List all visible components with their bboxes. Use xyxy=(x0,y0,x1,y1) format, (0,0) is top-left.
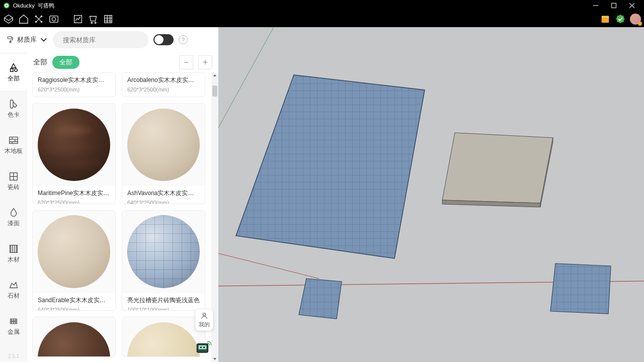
sphere-preview xyxy=(38,215,110,288)
svg-rect-18 xyxy=(602,16,609,18)
material-card[interactable]: 亮光拉槽瓷片砖陶瓷浅蓝色 100*10*100(mm) xyxy=(122,210,205,311)
version-label: 2.5.1 xyxy=(8,353,19,359)
material-card[interactable]: Arcobaleno实木木皮实木… 620*3*2500(mm) xyxy=(122,72,205,97)
material-thumb xyxy=(122,104,205,186)
tool-grid-icon[interactable] xyxy=(103,14,114,25)
material-card[interactable]: MaritimePine实木木皮实… 620*3*2500(mm) xyxy=(32,103,116,204)
brand-cn: 可搭鸭 xyxy=(38,2,54,10)
svg-marker-38 xyxy=(442,133,553,203)
help-button[interactable]: ? xyxy=(179,35,188,44)
material-name: 亮光拉槽瓷片砖陶瓷浅蓝色 xyxy=(127,296,200,305)
main-toolbar xyxy=(0,11,644,27)
grid-header: 全部 全部 − + xyxy=(27,52,218,72)
tool-camera-icon[interactable] xyxy=(48,14,59,25)
minimize-button[interactable] xyxy=(587,0,605,11)
my-materials-button[interactable]: 我的 xyxy=(195,309,213,331)
material-library-selector[interactable]: 材质库 xyxy=(6,35,48,44)
category-rail: 全部 色卡 木地板 瓷砖 漆面 xyxy=(0,52,27,362)
category-all-icon xyxy=(8,62,19,73)
paint-drop-icon xyxy=(8,207,19,218)
close-button[interactable] xyxy=(623,0,641,11)
verify-icon[interactable] xyxy=(615,14,626,25)
material-dim: 620*3*2500(mm) xyxy=(38,200,110,204)
material-card[interactable] xyxy=(32,317,116,357)
category-floor[interactable]: 木地板 xyxy=(0,127,27,163)
duck-icon xyxy=(3,2,10,9)
svg-line-34 xyxy=(218,253,319,279)
wood-icon xyxy=(8,243,19,254)
search-box[interactable] xyxy=(53,31,148,48)
tool-box-icon[interactable] xyxy=(3,14,14,25)
material-name: AshVavona实木木皮实木… xyxy=(127,189,200,198)
svg-point-23 xyxy=(15,69,18,72)
tool-home-icon[interactable] xyxy=(18,14,29,25)
material-thumb xyxy=(33,211,115,293)
search-input[interactable] xyxy=(63,36,147,44)
svg-rect-24 xyxy=(11,100,13,109)
material-card[interactable]: AshVavona实木木皮实木… 640*3*2500(mm) xyxy=(122,103,205,204)
brand-en: Okducky xyxy=(13,3,35,9)
sphere-preview xyxy=(38,109,110,181)
user-avatar[interactable] xyxy=(630,14,641,25)
preview-toggle[interactable] xyxy=(153,34,174,45)
category-color[interactable]: 色卡 xyxy=(0,90,27,127)
svg-point-32 xyxy=(203,346,205,348)
svg-point-31 xyxy=(200,346,202,348)
tab-all[interactable]: 全部 xyxy=(33,58,47,67)
svg-rect-22 xyxy=(11,69,13,72)
material-dim: 100*10*100(mm) xyxy=(127,307,200,311)
material-thumb xyxy=(33,317,115,357)
swatch-icon xyxy=(8,99,19,110)
svg-rect-19 xyxy=(10,41,11,43)
thumb-size-increase[interactable]: + xyxy=(198,55,212,69)
robot-icon xyxy=(194,337,213,356)
material-dim: 640*3*2500(mm) xyxy=(127,200,200,204)
viewport-3d[interactable] xyxy=(218,27,644,362)
paint-icon xyxy=(6,36,14,44)
svg-rect-30 xyxy=(199,345,207,349)
svg-marker-42 xyxy=(550,263,611,314)
panel-top-bar: 材质库 ? xyxy=(0,27,218,52)
sphere-preview xyxy=(38,322,110,357)
svg-point-15 xyxy=(95,22,96,24)
material-dim: 620*3*2500(mm) xyxy=(127,86,200,93)
category-paint[interactable]: 漆面 xyxy=(0,199,27,235)
category-all[interactable]: 全部 xyxy=(0,54,27,90)
sphere-preview xyxy=(127,322,200,357)
material-panel: 材质库 ? 全部 色卡 xyxy=(0,27,218,362)
svg-rect-4 xyxy=(612,4,616,8)
material-thumb xyxy=(122,317,205,357)
category-stone[interactable]: 石材 xyxy=(0,272,27,308)
material-card[interactable]: Raggiosole实木木皮实木… 620*3*2500(mm) xyxy=(32,72,116,97)
stone-icon xyxy=(8,280,19,291)
category-tile[interactable]: 瓷砖 xyxy=(0,163,27,199)
floor-icon xyxy=(8,135,19,146)
svg-point-14 xyxy=(91,22,93,24)
material-name: Raggiosole实木木皮实木… xyxy=(38,76,110,84)
tool-cart-icon[interactable] xyxy=(88,14,99,25)
sphere-preview xyxy=(127,109,200,181)
maximize-button[interactable] xyxy=(605,0,623,11)
category-metal[interactable]: 金属 xyxy=(0,308,27,344)
category-wood[interactable]: 木材 xyxy=(0,235,27,272)
svg-marker-41 xyxy=(299,279,342,319)
calendar-icon[interactable] xyxy=(600,14,611,25)
material-name: SandErable实木木皮实木… xyxy=(38,296,110,305)
thumb-size-decrease[interactable]: − xyxy=(179,55,193,69)
tool-chart-icon[interactable] xyxy=(72,14,84,25)
material-thumb xyxy=(122,211,205,293)
app-logo: Okducky 可搭鸭 xyxy=(3,2,587,10)
assistant-button[interactable] xyxy=(193,337,213,357)
svg-rect-11 xyxy=(50,16,58,23)
svg-rect-16 xyxy=(105,16,112,23)
material-name: MaritimePine实木木皮实… xyxy=(38,189,110,198)
scroll-up-icon[interactable] xyxy=(211,72,218,79)
svg-marker-37 xyxy=(236,75,425,258)
chip-all[interactable]: 全部 xyxy=(52,56,79,69)
scroll-thumb[interactable] xyxy=(212,85,217,97)
material-thumb xyxy=(33,104,115,186)
material-card[interactable]: SandErable实木木皮实木… 640*3*2500(mm) xyxy=(32,210,116,311)
svg-point-28 xyxy=(203,313,205,315)
tool-marker-icon[interactable] xyxy=(33,14,44,25)
svg-rect-25 xyxy=(10,137,18,144)
